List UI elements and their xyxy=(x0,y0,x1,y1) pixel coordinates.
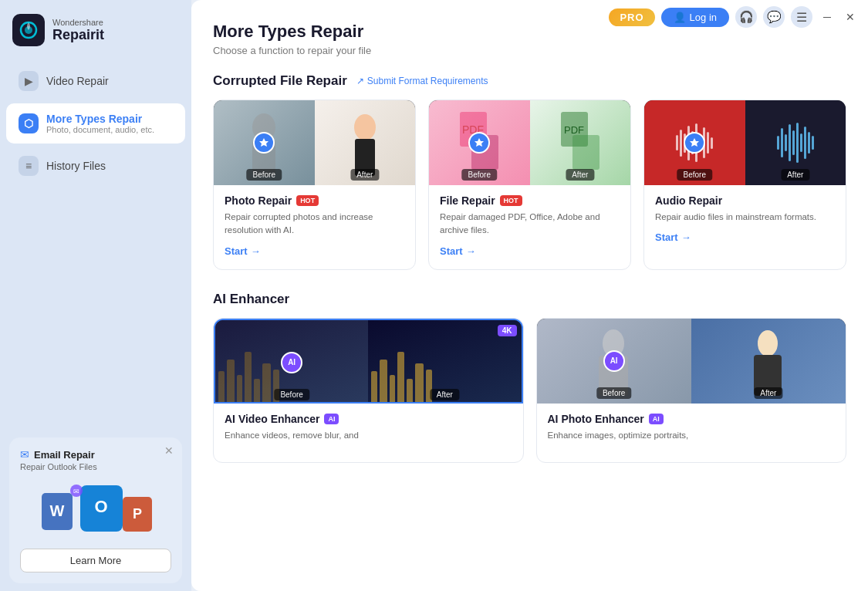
after-label-video: After xyxy=(431,389,459,400)
file-repair-desc: Repair damaged PDF, Office, Adobe and ar… xyxy=(440,211,620,238)
title-bar: PRO 👤 Log in 🎧 💬 ☰ ─ ✕ xyxy=(599,0,868,34)
ai-photo-desc: Enhance images, optimize portraits, xyxy=(548,429,836,442)
photo-repair-start[interactable]: Start → xyxy=(225,245,404,257)
chat-icon[interactable]: 💬 xyxy=(763,6,785,28)
after-label-audio: After xyxy=(781,169,809,181)
sidebar-item-video-repair[interactable]: ▶ Video Repair xyxy=(6,62,185,100)
promo-title: Email Repair xyxy=(34,449,95,461)
svg-text:O: O xyxy=(94,497,107,516)
video-repair-icon: ▶ xyxy=(19,71,39,91)
promo-image: W O P ✉ xyxy=(20,479,171,541)
user-icon: 👤 xyxy=(674,12,686,23)
logo-area: Wondershare Repairit xyxy=(0,0,191,60)
sidebar: Wondershare Repairit ▶ Video Repair ⬡ Mo… xyxy=(0,0,191,591)
repair-icon xyxy=(253,132,275,154)
pro-badge[interactable]: PRO xyxy=(609,8,654,26)
section-title-ai: AI Enhancer xyxy=(213,292,289,307)
ai-photo-title: AI Photo Enhancer xyxy=(548,413,644,425)
page-subtitle: Choose a function to repair your file xyxy=(213,45,846,56)
ai-enhancer-cards: AI Before xyxy=(213,318,846,463)
hot-badge: HOT xyxy=(296,195,319,206)
learn-more-button[interactable]: Learn More xyxy=(20,549,171,572)
after-label-photo: After xyxy=(754,387,782,399)
ai-icon-photo: AI xyxy=(603,350,625,372)
more-types-icon: ⬡ xyxy=(19,113,39,133)
ai-photo-enhancer-card[interactable]: AI Before After xyxy=(536,318,847,463)
promo-subtitle: Repair Outlook Files xyxy=(20,462,171,471)
sidebar-item-history-files[interactable]: ≡ History Files xyxy=(6,147,185,185)
before-label-video: Before xyxy=(274,389,309,400)
repair-icon-file xyxy=(468,132,490,154)
before-label-photo: Before xyxy=(596,387,631,399)
section-title-corrupted: Corrupted File Repair xyxy=(213,73,347,89)
file-repair-start[interactable]: Start → xyxy=(440,245,620,257)
close-button[interactable]: ✕ xyxy=(842,8,859,25)
ai-badge-video: AI xyxy=(324,414,339,424)
ai-video-image: AI Before xyxy=(214,319,523,404)
photo-repair-desc: Repair corrupted photos and increase res… xyxy=(225,211,404,238)
email-icon: ✉ xyxy=(20,448,29,461)
svg-point-12 xyxy=(354,114,376,140)
after-label-file: After xyxy=(566,169,594,181)
file-repair-card[interactable]: PDF Before PDF xyxy=(428,100,631,270)
ai-video-title: AI Video Enhancer xyxy=(225,413,319,425)
ai-video-enhancer-card[interactable]: AI Before xyxy=(213,318,524,463)
repair-icon-audio xyxy=(684,132,705,154)
history-icon: ≡ xyxy=(19,156,39,176)
product-name: Repairit xyxy=(52,27,104,43)
audio-repair-title: Audio Repair xyxy=(655,194,722,207)
before-label: Before xyxy=(247,169,282,181)
hot-badge-file: HOT xyxy=(500,195,522,206)
svg-text:PDF: PDF xyxy=(564,124,584,136)
section-header-ai: AI Enhancer xyxy=(213,292,846,307)
promo-close-button[interactable]: ✕ xyxy=(162,444,176,458)
ai-icon-video: AI xyxy=(281,352,302,373)
ai-video-desc: Enhance videos, remove blur, and xyxy=(225,429,512,442)
svg-point-22 xyxy=(758,330,778,356)
menu-icon[interactable]: ☰ xyxy=(791,6,812,28)
file-repair-title: File Repair xyxy=(440,194,495,207)
login-button[interactable]: 👤 Log in xyxy=(661,8,729,27)
corrupted-repair-cards: Before After Photo Repa xyxy=(213,100,846,270)
app-logo xyxy=(12,14,45,46)
audio-repair-card[interactable]: Before xyxy=(643,100,846,270)
svg-text:W: W xyxy=(50,502,65,519)
minimize-button[interactable]: ─ xyxy=(819,8,836,25)
svg-text:✉: ✉ xyxy=(73,488,79,495)
submit-format-link[interactable]: ↗ Submit Format Requirements xyxy=(356,76,488,86)
photo-repair-title: Photo Repair xyxy=(225,194,292,207)
photo-repair-card[interactable]: Before After Photo Repa xyxy=(213,100,416,270)
section-header-corrupted: Corrupted File Repair ↗ Submit Format Re… xyxy=(213,73,846,89)
after-label: After xyxy=(350,169,379,181)
before-label-file: Before xyxy=(462,169,497,181)
ai-photo-image: AI Before After xyxy=(537,319,846,404)
sidebar-item-more-types-repair[interactable]: ⬡ More Types Repair Photo, document, aud… xyxy=(6,103,185,144)
brand-name: Wondershare xyxy=(52,18,104,27)
audio-repair-image: Before xyxy=(644,100,846,185)
photo-repair-image: Before After xyxy=(214,100,415,185)
svg-text:P: P xyxy=(133,506,142,522)
promo-card: ✕ ✉ Email Repair Repair Outlook Files W … xyxy=(9,437,182,583)
before-label-audio: Before xyxy=(677,169,712,181)
ai-badge-photo: AI xyxy=(649,414,664,424)
headphone-icon[interactable]: 🎧 xyxy=(735,6,757,28)
audio-repair-start[interactable]: Start → xyxy=(655,231,835,243)
main-content: More Types Repair Choose a function to r… xyxy=(191,0,868,591)
svg-rect-19 xyxy=(572,135,599,170)
audio-repair-desc: Repair audio files in mainstream formats… xyxy=(655,211,835,224)
badge-4k: 4K xyxy=(498,325,517,336)
file-repair-image: PDF Before PDF xyxy=(429,100,630,185)
